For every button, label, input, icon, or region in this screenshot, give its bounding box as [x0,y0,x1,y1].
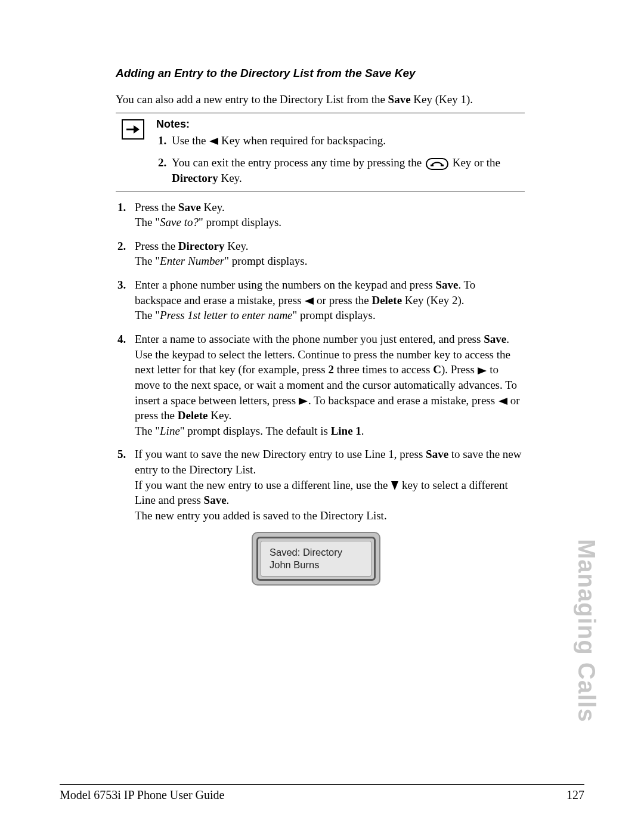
text: Key or the [450,156,500,169]
text-bold: Delete [178,409,208,422]
text: The " [135,255,160,267]
svg-marker-9 [499,398,507,405]
svg-marker-10 [391,481,398,490]
text: or press the [314,294,371,306]
text: Key. [225,240,249,252]
text: " prompt displays. [224,255,307,267]
right-arrow-icon [299,397,308,405]
text: The new entry you added is saved to the … [135,509,387,522]
lcd-line-2: John Burns [270,559,371,571]
text-bold: C [433,363,441,376]
text: . To backspace and erase a mistake, pres… [308,394,498,407]
svg-rect-5 [441,165,444,166]
content-area: Adding an Entry to the Directory List fr… [107,66,525,586]
svg-marker-7 [478,367,487,374]
text-italic: Line [160,425,180,437]
text: If you want to save the new Directory en… [135,448,426,460]
right-arrow-icon [478,367,487,375]
document-page: Adding an Entry to the Directory List fr… [0,0,644,833]
text-italic: Enter Number [160,255,224,267]
text: " prompt displays. [199,216,281,228]
text: ). Press [441,363,478,376]
arrow-right-icon [122,119,144,140]
text: If you want the new entry to use a diffe… [135,479,391,491]
notes-block: Notes: Use the Key when required for bac… [116,113,525,191]
text-bold: Save [178,201,201,213]
intro-paragraph: You can also add a new entry to the Dire… [116,92,525,107]
text: You can exit the entry process any time … [172,156,425,169]
text-italic: Save to? [160,216,199,228]
svg-rect-3 [426,159,448,169]
section-heading: Adding an Entry to the Directory List fr… [116,66,525,81]
step-item: Enter a name to associate with the phone… [129,332,525,438]
text: Key (Key 1). [411,93,473,106]
step-item: Enter a phone number using the numbers o… [129,277,525,323]
note-icon-cell [116,117,156,185]
notes-body: Notes: Use the Key when required for bac… [156,117,525,185]
text: " prompt displays. The default is [180,425,331,437]
svg-marker-6 [305,298,314,305]
text: Key. [218,172,242,184]
text: Key when required for backspacing. [218,134,386,147]
footer-title: Model 6753i IP Phone User Guide [60,788,224,802]
text: Key. [201,201,225,213]
text: The " [135,309,160,321]
text-bold: Save [388,93,411,106]
lcd-display: Saved: Directory John Burns [252,532,380,586]
text-bold: Save [204,494,227,506]
svg-marker-8 [299,398,308,405]
text-bold: Delete [371,294,402,306]
text-bold: Save [435,278,458,291]
lcd-line-1: Saved: Directory [270,546,371,559]
page-footer: Model 6753i IP Phone User Guide 127 [60,784,584,802]
notes-title: Notes: [156,117,525,131]
text: Press the [135,240,178,252]
text-bold: Line 1 [331,425,361,437]
footer-page-number: 127 [566,788,584,802]
left-arrow-icon [304,297,314,305]
text: " prompt displays. [293,309,376,321]
text-bold: Directory [178,240,225,252]
text-bold: Directory [172,172,218,184]
goodbye-key-icon [426,158,448,170]
step-item: If you want to save the new Directory en… [129,447,525,523]
text: Key (Key 2). [402,294,464,306]
text: Use the [172,134,209,147]
text: Enter a name to associate with the phone… [135,333,484,345]
text: You can also add a new entry to the Dire… [116,93,388,106]
svg-marker-2 [209,138,218,145]
text-bold: Save [484,333,506,345]
svg-marker-1 [134,125,140,134]
down-arrow-icon [391,481,399,491]
note-item: Use the Key when required for backspacin… [169,133,525,148]
text-bold: 2 [328,363,334,376]
svg-rect-4 [431,165,434,166]
step-item: Press the Save Key. The "Save to?" promp… [129,200,525,230]
text-bold: Save [426,448,448,460]
text: . [361,425,364,437]
steps-list: Press the Save Key. The "Save to?" promp… [116,200,525,524]
side-tab-label: Managing Calls [573,539,600,722]
text: Press the [135,201,178,213]
text: The " [135,216,160,228]
left-arrow-icon [209,137,218,145]
text: Enter a phone number using the numbers o… [135,278,435,291]
text: The " [135,425,160,437]
text: . [227,494,230,506]
note-item: You can exit the entry process any time … [169,155,525,185]
step-item: Press the Directory Key. The "Enter Numb… [129,239,525,269]
left-arrow-icon [498,397,507,405]
text: three times to access [334,363,433,376]
text-italic: Press 1st letter to enter name [160,309,293,321]
text: Key. [208,409,231,422]
